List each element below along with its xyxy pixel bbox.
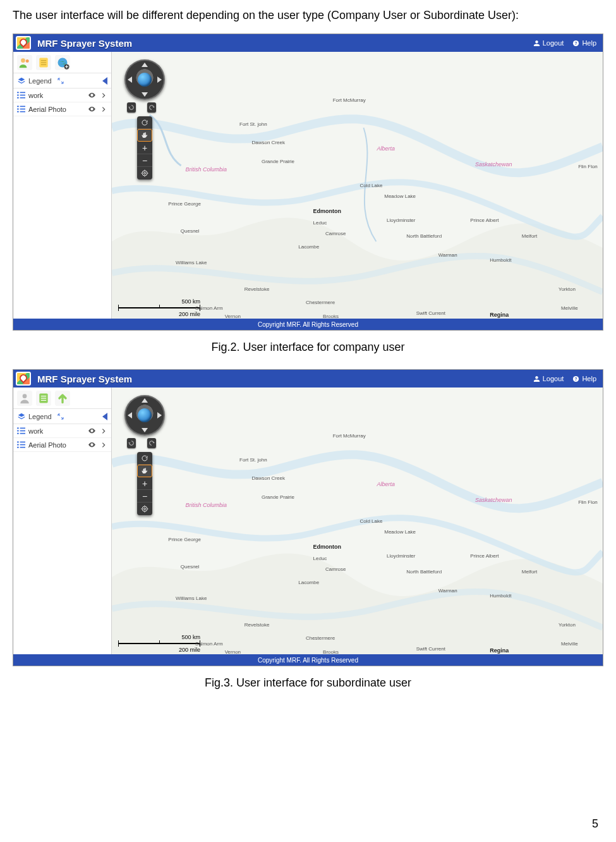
help-link[interactable]: ? Help: [572, 375, 596, 382]
pan-west-button[interactable]: [128, 412, 132, 418]
figure-caption-a: Fig.2. User interface for company user: [13, 341, 603, 354]
pan-north-button[interactable]: [142, 398, 148, 403]
svg-text:?: ?: [575, 40, 577, 45]
pan-east-button[interactable]: [157, 412, 162, 418]
rotate-ccw-button[interactable]: [127, 438, 136, 448]
zoom-in-button[interactable]: +: [137, 142, 152, 154]
page-number: 5: [592, 817, 598, 831]
svg-point-45: [144, 508, 146, 510]
map-canvas[interactable]: + − 500 km 200 mile Fort McMurrayFort St…: [112, 387, 603, 654]
layer-row-work[interactable]: work: [13, 424, 111, 438]
layer-row-aerial[interactable]: Aerial Photo: [13, 102, 111, 116]
visibility-toggle-icon[interactable]: [88, 441, 96, 449]
users-tool-button[interactable]: [17, 55, 32, 70]
scale-top-label: 500 km: [181, 298, 200, 305]
legend-header[interactable]: Legend: [13, 409, 111, 424]
pan-hand-button[interactable]: [137, 129, 152, 142]
rotation-row: [127, 102, 156, 113]
user-tool-icon: [18, 392, 31, 405]
scale-bar: 500 km 200 mile: [118, 643, 200, 645]
layer-row-work[interactable]: work: [13, 88, 111, 102]
rotate-ccw-button[interactable]: [127, 102, 136, 113]
logout-link[interactable]: Logout: [533, 375, 564, 382]
collapse-panel-icon[interactable]: [102, 77, 107, 85]
svg-rect-16: [17, 106, 19, 107]
rotate-cw-button[interactable]: [147, 102, 156, 113]
app-logo-icon: [16, 36, 31, 50]
svg-rect-18: [17, 109, 19, 110]
users-tool-icon: [18, 56, 31, 69]
intro-text: The user interface will be different dep…: [13, 9, 603, 22]
svg-rect-10: [17, 92, 19, 93]
chevron-right-icon[interactable]: [99, 105, 107, 113]
reset-rotation-button[interactable]: [137, 116, 152, 129]
help-icon: ?: [572, 375, 579, 382]
reset-rotation-button[interactable]: [137, 452, 152, 465]
svg-rect-42: [17, 447, 19, 448]
zoom-out-button[interactable]: −: [137, 490, 152, 503]
user-tool-button[interactable]: [17, 391, 32, 406]
map-canvas[interactable]: + − 500 km 200 mile Fort McMurrayFort St…: [112, 52, 603, 319]
logout-label: Logout: [543, 375, 564, 382]
visibility-toggle-icon[interactable]: [88, 105, 96, 113]
svg-rect-12: [17, 95, 19, 96]
svg-point-46: [142, 506, 147, 511]
svg-rect-38: [17, 441, 19, 442]
layer-aerial-label: Aerial Photo: [28, 441, 66, 449]
app-header: MRF Sprayer System Logout ? Help: [13, 370, 603, 387]
list-tool-icon: [37, 392, 50, 405]
svg-rect-34: [17, 430, 19, 432]
app-header: MRF Sprayer System Logout ? Help: [13, 34, 603, 52]
pan-north-button[interactable]: [142, 63, 148, 67]
globe-tool-button[interactable]: [55, 55, 70, 70]
chevron-right-icon[interactable]: [99, 441, 107, 449]
visibility-toggle-icon[interactable]: [88, 91, 96, 99]
visibility-toggle-icon[interactable]: [88, 427, 96, 435]
list-tool-button[interactable]: [36, 391, 51, 406]
help-link[interactable]: ? Help: [572, 39, 596, 47]
pan-east-button[interactable]: [157, 76, 162, 83]
rotation-row: [127, 438, 156, 448]
globe-icon[interactable]: [138, 73, 152, 87]
zoom-out-button[interactable]: −: [137, 154, 152, 167]
legend-label: Legend: [28, 413, 52, 420]
expand-icon[interactable]: [57, 77, 64, 85]
upload-tool-button[interactable]: [55, 391, 70, 406]
chevron-right-icon[interactable]: [99, 427, 107, 435]
svg-rect-32: [17, 427, 19, 429]
zoom-in-button[interactable]: +: [137, 477, 152, 490]
chevron-right-icon[interactable]: [99, 91, 107, 99]
pan-south-button[interactable]: [142, 428, 148, 432]
layer-row-aerial[interactable]: Aerial Photo: [13, 438, 111, 452]
layer-work-label: work: [28, 427, 43, 435]
collapse-panel-icon[interactable]: [102, 413, 107, 420]
locate-button[interactable]: [137, 167, 152, 180]
left-panel: Legend work: [13, 52, 112, 319]
app-screenshot-subordinate: MRF Sprayer System Logout ? Help: [13, 369, 603, 666]
logout-link[interactable]: Logout: [533, 39, 564, 47]
globe-icon[interactable]: [138, 408, 152, 422]
user-icon: [533, 40, 540, 47]
svg-text:?: ?: [575, 376, 577, 381]
legend-label: Legend: [28, 77, 52, 85]
pan-hand-button[interactable]: [137, 465, 152, 477]
svg-point-24: [142, 171, 147, 176]
rotate-cw-button[interactable]: [147, 438, 156, 448]
pan-south-button[interactable]: [142, 92, 148, 97]
svg-rect-36: [17, 433, 19, 434]
legend-header[interactable]: Legend: [13, 73, 111, 88]
layer-work-label: work: [28, 92, 43, 99]
add-badge-icon: [64, 64, 69, 70]
svg-point-23: [144, 173, 146, 174]
locate-button[interactable]: [137, 503, 152, 515]
pan-west-button[interactable]: [128, 76, 132, 83]
layers-icon: [17, 76, 26, 85]
help-label: Help: [582, 375, 596, 382]
help-label: Help: [582, 39, 596, 47]
notes-tool-button[interactable]: [36, 55, 51, 70]
scale-bot-label: 200 mile: [179, 647, 200, 653]
layer-list-icon: [17, 106, 25, 113]
app-screenshot-company: MRF Sprayer System Logout ? Help: [13, 34, 603, 331]
expand-icon[interactable]: [57, 413, 64, 420]
scale-bar: 500 km 200 mile: [118, 307, 200, 310]
